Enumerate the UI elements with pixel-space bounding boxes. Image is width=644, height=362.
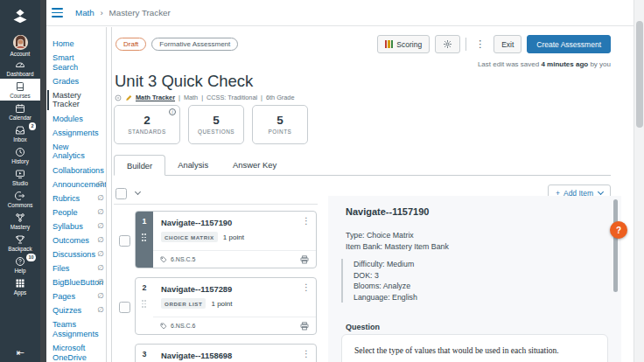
item-menu-button[interactable]: ⋮ [302,216,311,226]
course-nav-divider [106,27,112,362]
course-nav-home[interactable]: Home [46,37,106,51]
drag-handle-icon[interactable] [142,233,147,243]
apps-grid-icon [15,278,25,289]
item-menu-button[interactable]: ⋮ [302,349,311,359]
course-nav-rubrics[interactable]: Rubrics∅ [46,191,106,205]
item-number-strip: 2 [136,278,153,334]
course-nav-files[interactable]: Files∅ [46,261,106,275]
help-question-icon [15,256,25,267]
breadcrumb-course-link[interactable]: Math [75,8,94,17]
studio-monitor-icon [15,169,25,179]
main-content: Draft Formative Assessment Scoring ⋮ Exi… [112,27,621,362]
course-nav-smart-search[interactable]: Smart Search [46,51,106,74]
global-nav-inbox[interactable]: 2 Inbox [0,122,40,144]
global-nav-label: Calendar [9,115,32,121]
print-icon[interactable] [300,322,309,331]
item-menu-button[interactable]: ⋮ [302,282,311,292]
meta-standards-set: CCSS: Traditional [206,94,257,101]
meta-separator: | [178,94,180,101]
meta-grade: 6th Grade [266,94,294,101]
global-nav-help[interactable]: 10 Help [0,254,40,275]
course-nav-announcements[interactable]: Announcements∅ [46,178,106,191]
item-number-strip: 1 [136,212,153,268]
global-nav-mastery[interactable]: Mastery [0,210,40,232]
select-all-checkbox[interactable] [116,188,127,199]
global-nav-courses[interactable]: Courses [0,79,40,101]
course-nav-grades[interactable]: Grades [46,74,106,88]
global-nav-commons[interactable]: Commons [0,188,40,210]
global-nav-calendar[interactable]: Calendar [0,101,40,122]
info-icon[interactable]: i [169,108,176,115]
exit-button[interactable]: Exit [494,35,522,53]
commons-share-icon [15,191,25,201]
create-assessment-button[interactable]: Create Assessment [527,35,611,53]
global-nav-account[interactable]: Account [0,35,40,57]
course-nav-syllabus[interactable]: Syllabus∅ [46,219,106,233]
hidden-eye-icon: ∅ [98,221,104,230]
item-title: Navigate--1157190 [161,218,309,227]
print-icon[interactable] [300,255,309,264]
collapse-nav-icon[interactable]: ⇤ [0,347,40,359]
window-scrollbar-thumb[interactable] [636,21,643,128]
course-nav-teams-assignments[interactable]: Teams Assignments [46,317,106,341]
hamburger-menu-icon[interactable] [52,8,63,17]
global-nav: Account Dashboard Courses Calendar 2 Inb… [0,0,40,362]
meta-subject: Math [184,94,198,101]
global-nav-backpack[interactable]: Backpack [0,232,40,254]
item-number: 1 [143,217,147,226]
global-nav-label: History [11,158,29,164]
global-nav-dashboard[interactable]: Dashboard [0,57,40,79]
question-card-3[interactable]: 3 Navigate--1158698 ⋮ [135,344,317,362]
tracker-link[interactable]: Math Tracker [136,94,175,101]
global-nav-label: Courses [10,93,30,99]
item-1-checkbox[interactable] [119,235,130,247]
course-nav-mastery-tracker[interactable]: Mastery Tracker [46,88,106,112]
edit-pencil-icon [125,94,132,101]
course-nav-discussions[interactable]: Discussions∅ [46,247,106,261]
course-nav-collaborations[interactable]: Collaborations [46,164,106,178]
course-nav-outcomes[interactable]: Outcomes∅ [46,233,106,247]
settings-button[interactable] [435,35,460,53]
last-edit-status: Last edit was saved 4 minutes ago by you [478,60,611,68]
standards-stat-card: i 2 STANDARDS [114,105,180,144]
item-title: Navigate--1157289 [161,284,309,294]
item-detail-panel: Navigate--1157190 Type: Choice Matrix It… [328,196,621,362]
course-nav-bigbluebutton[interactable]: BigBlueButton∅ [46,275,106,289]
course-nav-assignments[interactable]: Assignments [46,126,106,140]
questions-count: 5 [213,115,220,128]
item-2-checkbox[interactable] [119,302,130,313]
list-divider [114,204,318,205]
global-nav-scrollbar[interactable] [40,0,46,362]
window-scrollbar[interactable] [634,0,644,362]
global-nav-label: Help [15,268,26,274]
scoring-button[interactable]: Scoring [377,35,430,53]
drag-handle-icon[interactable] [142,300,147,310]
standards-count: 2 [144,115,150,128]
course-nav-microsoft-onedrive[interactable]: Microsoft OneDrive [46,341,106,362]
hidden-eye-icon: ∅ [98,277,104,286]
course-nav-new-analytics[interactable]: New Analytics [46,140,106,164]
tab-answer-key[interactable]: Answer Key [220,154,289,175]
select-menu-chevron-icon[interactable] [135,189,141,195]
question-card-1[interactable]: 1 Navigate--1157190 ⋮ CHOICE MATRIX 1 po… [135,211,317,268]
course-nav-quizzes[interactable]: Quizzes∅ [46,303,106,317]
global-nav-label: Mastery [10,224,30,230]
course-nav-people[interactable]: People∅ [46,205,106,219]
help-fab-button[interactable]: ? [610,221,627,239]
course-nav-modules[interactable]: Modules [46,112,106,126]
tab-analysis[interactable]: Analysis [165,154,220,175]
tab-builder[interactable]: Builder [114,155,165,176]
course-nav-pages[interactable]: Pages∅ [46,289,106,303]
global-nav-history[interactable]: History [0,144,40,166]
global-nav-studio[interactable]: Studio [0,166,40,188]
instructure-logo[interactable] [0,0,40,35]
question-card-2[interactable]: 2 Navigate--1157289 ⋮ ORDER LIST 1 point… [135,277,317,335]
standard-tag-icon [160,256,167,263]
detail-panel-scrollbar[interactable] [613,199,618,292]
standard-tag-icon [160,323,167,330]
item-footer: 6.NS.C.6 [153,317,316,334]
global-nav-apps[interactable]: Apps [0,275,40,297]
detail-blooms: Blooms: Analyze [354,281,417,292]
more-options-button[interactable]: ⋮ [472,38,488,50]
inbox-tray-icon [15,125,25,136]
